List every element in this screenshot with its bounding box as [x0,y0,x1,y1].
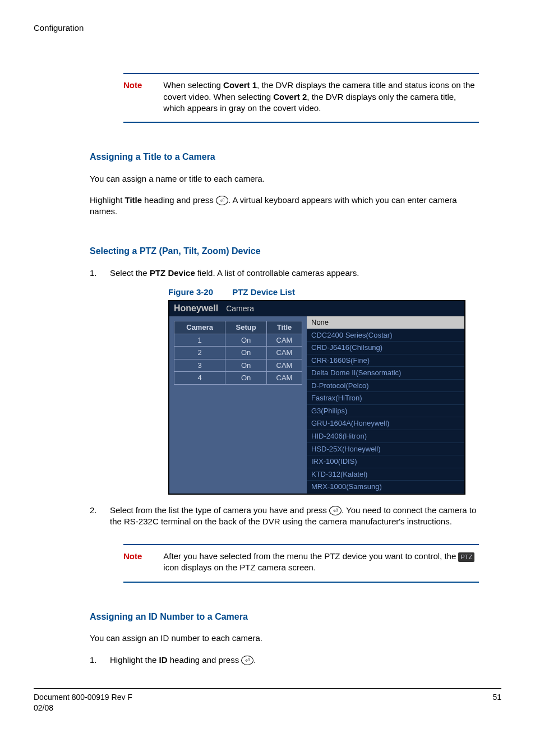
cell: 2 [174,347,225,359]
list-item[interactable]: KTD-312(Kalatel) [307,468,464,481]
num: 1. [90,268,100,279]
t: field. A list of controllable cameras ap… [195,268,359,278]
note-label: Note [123,80,142,114]
t: . [253,655,256,665]
para: Highlight Title heading and press ⏎. A v… [90,195,479,218]
cell: On [225,372,267,385]
list-item[interactable]: MRX-1000(Samsung) [307,481,464,494]
doc-id: Document 800-00919 Rev F [34,693,132,702]
page-header: Configuration [34,22,501,34]
para: You can assign an ID number to each came… [90,633,479,644]
t: PTZ Device [150,268,195,278]
enter-icon: ⏎ [216,196,228,205]
num: 1. [90,654,100,666]
ptz-icon: PTZ [458,552,474,562]
txt: Select the PTZ Device field. A list of c… [110,268,479,279]
num: 2. [90,505,100,528]
note-text: After you have selected from the menu th… [163,551,479,574]
cell: CAM [267,372,302,385]
heading-assign-id: Assigning an ID Number to a Camera [90,611,501,623]
cell: On [225,347,267,359]
txt: Highlight the ID heading and press ⏎. [110,654,479,666]
table-row[interactable]: 1 On CAM [174,334,302,347]
step-1-id: 1. Highlight the ID heading and press ⏎. [90,654,479,666]
t: Select from the list the type of camera … [110,505,329,515]
th-camera: Camera [174,321,225,334]
table-row[interactable]: 3 On CAM [174,359,302,372]
t: Title [125,195,142,205]
t: When selecting [163,80,223,90]
camera-table: Camera Setup Title 1 On CAM 2 On CAM 3 O… [169,316,307,494]
list-item[interactable]: CDC2400 Series(Costar) [307,329,464,342]
list-item[interactable]: Delta Dome II(Sensormatic) [307,367,464,380]
ptz-option-list[interactable]: None CDC2400 Series(Costar) CRD-J6416(Ch… [307,316,464,494]
cell: CAM [267,334,302,347]
note-ptz-icon: Note After you have selected from the me… [123,544,479,583]
list-item[interactable]: Fastrax(HiTron) [307,392,464,405]
doc-date: 02/08 [34,703,53,712]
table-row[interactable]: 2 On CAM [174,347,302,359]
list-item[interactable]: G3(Philips) [307,405,464,418]
t: Covert 2 [273,92,307,102]
cell: 3 [174,359,225,372]
list-item[interactable]: None [307,316,464,329]
t: Select the [110,268,150,278]
page-number: 51 [492,692,501,713]
t: Highlight [90,195,125,205]
list-item[interactable]: D-Protocol(Pelco) [307,380,464,393]
t: Highlight the [110,655,159,665]
cell: 4 [174,372,225,385]
cell: CAM [267,359,302,372]
list-item[interactable]: HID-2406(Hitron) [307,430,464,443]
page-footer: Document 800-00919 Rev F 02/08 51 [34,688,501,713]
step-1: 1. Select the PTZ Device field. A list o… [90,268,479,279]
t: Covert 1 [223,80,257,90]
list-item[interactable]: CRR-1660S(Fine) [307,354,464,367]
heading-assign-title: Assigning a Title to a Camera [90,151,501,163]
enter-icon: ⏎ [329,506,342,515]
txt: Select from the list the type of camera … [110,505,479,528]
t: After you have selected from the menu th… [163,551,458,561]
th-setup: Setup [225,321,267,334]
note-covert: Note When selecting Covert 1, the DVR di… [123,73,479,123]
th-title: Title [267,321,302,334]
step-2: 2. Select from the list the type of came… [90,505,479,528]
cell: On [225,359,267,372]
note-text: When selecting Covert 1, the DVR display… [163,80,479,114]
tab-camera[interactable]: Camera [226,303,254,314]
note-label: Note [123,551,142,574]
cell: 1 [174,334,225,347]
figure-ptz-list: Honeywell Camera Camera Setup Title 1 On… [168,300,465,494]
heading-ptz: Selecting a PTZ (Pan, Tilt, Zoom) Device [90,245,501,257]
t: heading and press [168,655,242,665]
t: ID [159,655,168,665]
para: You can assign a name or title to each c… [90,173,479,185]
brand: Honeywell [174,302,218,315]
list-item[interactable]: IRX-100(IDIS) [307,455,464,468]
fig-num: Figure 3-20 [168,287,213,297]
list-item[interactable]: CRD-J6416(Chilsung) [307,342,464,354]
fig-title: PTZ Device List [232,287,295,297]
footer-left: Document 800-00919 Rev F 02/08 [34,692,132,713]
enter-icon: ⏎ [241,656,253,665]
figure-caption: Figure 3-20 PTZ Device List [168,287,501,298]
list-item[interactable]: GRU-1604A(Honeywell) [307,417,464,430]
cell: CAM [267,347,302,359]
list-item[interactable]: HSD-25X(Honeywell) [307,443,464,456]
t: heading and press [142,195,216,205]
t: icon displays on the PTZ camera screen. [163,563,316,572]
figure-titlebar: Honeywell Camera [169,301,464,316]
table-row[interactable]: 4 On CAM [174,372,302,385]
cell: On [225,334,267,347]
